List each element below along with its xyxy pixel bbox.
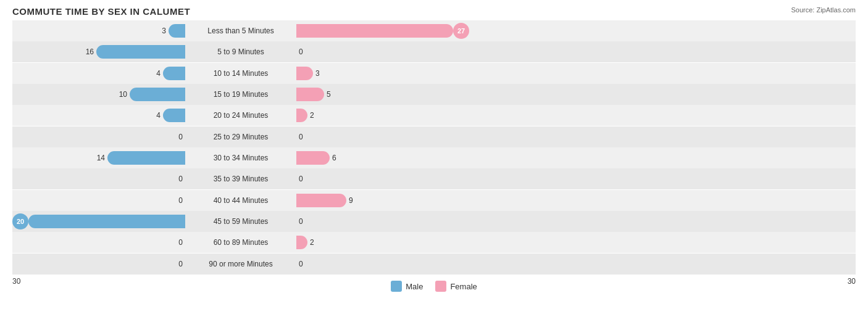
chart-area: 3 Less than 5 Minutes 27 16 5 to 9 Minut… <box>12 20 856 275</box>
chart-row: 0 60 to 89 Minutes 2 <box>12 232 856 253</box>
row-label: 45 to 59 Minutes <box>185 217 296 226</box>
female-value: 6 <box>330 154 354 162</box>
female-swatch <box>435 281 446 292</box>
legend-male-label: Male <box>406 282 423 291</box>
female-value: 0 <box>296 175 321 183</box>
row-label: 35 to 39 Minutes <box>185 175 296 183</box>
male-value: 4 <box>138 69 163 78</box>
row-label: 20 to 24 Minutes <box>185 111 296 120</box>
chart-row: 0 35 to 39 Minutes 0 <box>12 168 856 189</box>
chart-row: 4 10 to 14 Minutes 3 <box>12 63 856 84</box>
chart-row: 0 40 to 44 Minutes 9 <box>12 190 856 211</box>
male-bar <box>169 24 185 38</box>
male-value: 0 <box>161 260 185 268</box>
axis-right: 30 <box>848 277 856 292</box>
chart-row: 4 20 to 24 Minutes 2 <box>12 105 856 126</box>
female-value: 9 <box>346 196 371 205</box>
chart-row: 0 90 or more Minutes 0 <box>12 254 856 275</box>
female-bar <box>296 109 307 122</box>
female-bar <box>296 24 453 38</box>
male-value: 4 <box>138 111 163 120</box>
female-value: 3 <box>313 69 338 78</box>
female-bar <box>296 88 324 101</box>
chart-row: 14 30 to 34 Minutes 6 <box>12 147 856 168</box>
male-bar <box>96 45 185 59</box>
male-value: 0 <box>161 133 185 141</box>
axis-left: 30 <box>12 277 20 292</box>
male-bar <box>107 151 185 165</box>
source-label: Source: ZipAtlas.com <box>791 6 856 14</box>
row-label: Less than 5 Minutes <box>185 27 296 35</box>
chart-container: COMMUTE TIME BY SEX IN CALUMET Source: Z… <box>0 0 868 322</box>
male-swatch <box>391 281 402 292</box>
male-bar <box>28 215 185 228</box>
female-bar <box>296 151 330 165</box>
row-label: 30 to 34 Minutes <box>185 154 296 162</box>
axis-labels: 30 Male Female 30 <box>12 277 856 292</box>
female-bar <box>296 194 346 207</box>
male-bar <box>130 88 185 101</box>
chart-row: 3 Less than 5 Minutes 27 <box>12 20 856 41</box>
female-value: 5 <box>324 90 349 99</box>
female-value: 2 <box>307 238 332 247</box>
chart-row: 16 5 to 9 Minutes 0 <box>12 41 856 62</box>
female-value: 2 <box>307 111 332 120</box>
row-label: 15 to 19 Minutes <box>185 90 296 99</box>
male-value: 16 <box>72 47 96 56</box>
male-bar <box>163 67 185 80</box>
male-value: 0 <box>161 196 185 205</box>
chart-title: COMMUTE TIME BY SEX IN CALUMET <box>12 6 856 17</box>
female-value: 0 <box>296 133 321 141</box>
male-circle-badge: 20 <box>12 213 28 229</box>
female-value: 0 <box>296 217 321 226</box>
male-value: 3 <box>144 27 169 35</box>
row-label: 40 to 44 Minutes <box>185 196 296 205</box>
male-bar <box>163 109 185 122</box>
row-label: 10 to 14 Minutes <box>185 69 296 78</box>
female-circle-badge: 27 <box>453 23 469 39</box>
male-value: 14 <box>83 154 107 162</box>
legend-male: Male <box>391 281 423 292</box>
male-value: 0 <box>161 175 185 183</box>
chart-row: 10 15 to 19 Minutes 5 <box>12 84 856 105</box>
chart-row: 0 25 to 29 Minutes 0 <box>12 126 856 147</box>
row-label: 90 or more Minutes <box>185 260 296 268</box>
female-bar <box>296 67 313 80</box>
female-bar <box>296 236 307 249</box>
legend: Male Female <box>391 281 477 292</box>
female-value: 0 <box>296 260 321 268</box>
row-label: 60 to 89 Minutes <box>185 238 296 247</box>
legend-female-label: Female <box>450 282 477 291</box>
male-value: 10 <box>105 90 130 99</box>
legend-female: Female <box>435 281 477 292</box>
female-value: 0 <box>296 47 321 56</box>
row-label: 5 to 9 Minutes <box>185 47 296 56</box>
row-label: 25 to 29 Minutes <box>185 133 296 141</box>
male-value: 0 <box>161 238 185 247</box>
chart-row: 20 45 to 59 Minutes 0 <box>12 211 856 232</box>
